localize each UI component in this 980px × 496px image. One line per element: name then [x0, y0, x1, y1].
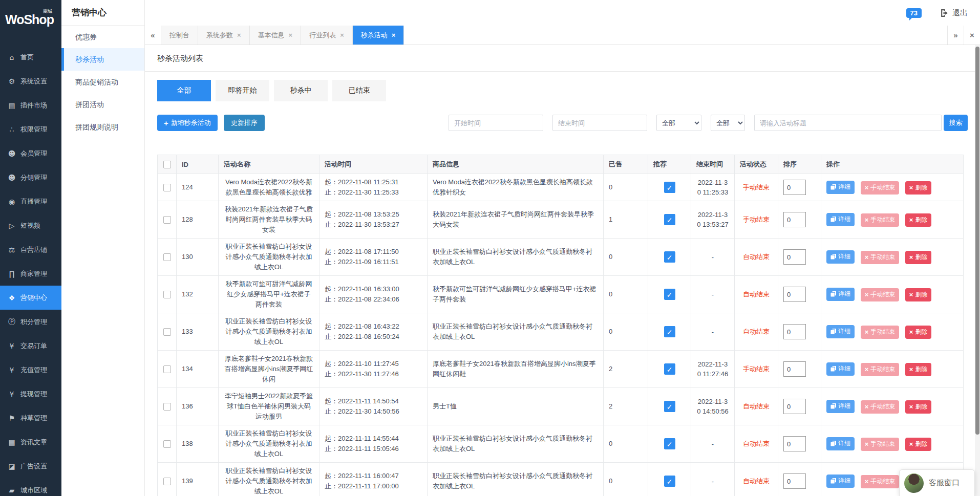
- row-checkbox[interactable]: [163, 365, 171, 373]
- submenu-item-0[interactable]: 优惠券: [61, 26, 144, 48]
- tab-close-icon[interactable]: ×: [237, 31, 241, 39]
- service-chat-widget[interactable]: 客服窗口: [899, 469, 975, 496]
- sidebar-item-city-region-map[interactable]: ▰ 城市区域: [0, 478, 61, 496]
- tab-2[interactable]: 基本信息 ×: [250, 26, 302, 45]
- tab-0[interactable]: 控制台: [161, 26, 198, 45]
- delete-button[interactable]: × 删除: [905, 181, 932, 195]
- sidebar-item-seeding-flag[interactable]: ⚑ 种草管理: [0, 406, 61, 430]
- logout-button[interactable]: 退出: [940, 8, 968, 18]
- tabs-scroll-left-icon[interactable]: «: [145, 26, 161, 45]
- sort-input[interactable]: [783, 324, 806, 339]
- delete-button[interactable]: × 删除: [905, 363, 932, 376]
- sort-input[interactable]: [783, 180, 806, 195]
- submenu-item-3[interactable]: 拼团活动: [61, 93, 144, 116]
- row-checkbox[interactable]: [163, 253, 171, 261]
- detail-button[interactable]: 详细: [826, 325, 855, 338]
- tab-1[interactable]: 系统参数 ×: [198, 26, 250, 45]
- sort-input[interactable]: [783, 249, 806, 265]
- delete-button[interactable]: × 删除: [905, 288, 932, 301]
- tab-close-icon[interactable]: ×: [392, 31, 396, 39]
- sidebar-item-short-video[interactable]: ▷ 短视频: [0, 213, 61, 238]
- recommended-checkbox[interactable]: [664, 476, 675, 487]
- delete-button[interactable]: × 删除: [905, 438, 932, 451]
- add-activity-button[interactable]: + 新增秒杀活动: [157, 115, 218, 131]
- sort-input[interactable]: [783, 212, 806, 227]
- detail-button[interactable]: 详细: [826, 437, 855, 450]
- manual-end-button[interactable]: × 手动结束: [861, 251, 900, 264]
- sidebar-item-merchant-bank[interactable]: ∏ 商家管理: [0, 262, 61, 286]
- sort-input[interactable]: [783, 361, 806, 377]
- sidebar-item-trade-orders[interactable]: ¥ 交易订单: [0, 334, 61, 358]
- scrollbar-thumb[interactable]: [975, 47, 979, 435]
- sidebar-item-news-articles[interactable]: ▤ 资讯文章: [0, 430, 61, 454]
- recommended-checkbox[interactable]: [664, 326, 675, 337]
- sidebar-item-live-camera[interactable]: ◉ 直播管理: [0, 189, 61, 213]
- sort-input[interactable]: [783, 473, 806, 489]
- recommended-checkbox[interactable]: [664, 289, 675, 300]
- row-checkbox[interactable]: [163, 184, 171, 191]
- delete-button[interactable]: × 删除: [905, 326, 932, 339]
- delete-button[interactable]: × 删除: [905, 251, 932, 264]
- sidebar-item-self-shop-scales[interactable]: ⚖ 自营店铺: [0, 238, 61, 262]
- sort-input[interactable]: [783, 436, 806, 451]
- search-input[interactable]: [754, 115, 942, 131]
- row-checkbox[interactable]: [163, 328, 171, 336]
- status-tab-0[interactable]: 全部: [157, 80, 211, 101]
- manual-end-button[interactable]: × 手动结束: [861, 288, 900, 301]
- submenu-item-4[interactable]: 拼团规则说明: [61, 116, 144, 138]
- row-checkbox[interactable]: [163, 291, 171, 298]
- update-sort-button[interactable]: 更新排序: [224, 115, 265, 131]
- row-checkbox[interactable]: [163, 478, 171, 485]
- detail-button[interactable]: 详细: [826, 213, 855, 226]
- detail-button[interactable]: 详细: [826, 400, 855, 413]
- tab-4[interactable]: 秒杀活动 ×: [353, 26, 404, 45]
- filter-select-1[interactable]: 全部: [656, 115, 701, 131]
- recommended-checkbox[interactable]: [664, 251, 675, 263]
- detail-button[interactable]: 详细: [826, 288, 855, 301]
- status-tab-3[interactable]: 已结束: [332, 80, 386, 101]
- delete-button[interactable]: × 删除: [905, 213, 932, 227]
- manual-end-button[interactable]: × 手动结束: [861, 438, 900, 451]
- tabs-scroll-right-icon[interactable]: »: [947, 26, 964, 45]
- manual-end-button[interactable]: × 手动结束: [861, 326, 900, 339]
- detail-button[interactable]: 详细: [826, 475, 855, 488]
- row-checkbox[interactable]: [163, 440, 171, 448]
- manual-end-button[interactable]: × 手动结束: [861, 213, 900, 227]
- search-button[interactable]: 搜索: [944, 115, 968, 131]
- select-all-checkbox[interactable]: [163, 161, 171, 168]
- tab-close-icon[interactable]: ×: [289, 31, 293, 39]
- detail-button[interactable]: 详细: [826, 250, 855, 264]
- manual-end-button[interactable]: × 手动结束: [861, 475, 900, 488]
- sidebar-item-points[interactable]: Ⓟ 积分管理: [0, 310, 61, 334]
- sidebar-item-marketing-center[interactable]: ❖ 营销中心: [0, 286, 61, 310]
- recommended-checkbox[interactable]: [664, 214, 675, 225]
- sidebar-item-ads-image[interactable]: ◪ 广告设置: [0, 454, 61, 478]
- start-time-input[interactable]: [449, 115, 543, 131]
- submenu-item-2[interactable]: 商品促销活动: [61, 71, 144, 93]
- recommended-checkbox[interactable]: [664, 182, 675, 193]
- manual-end-button[interactable]: × 手动结束: [861, 181, 900, 195]
- sidebar-item-permissions[interactable]: ∴ 权限管理: [0, 117, 61, 141]
- row-checkbox[interactable]: [163, 403, 171, 411]
- status-tab-2[interactable]: 秒杀中: [274, 80, 328, 101]
- manual-end-button[interactable]: × 手动结束: [861, 363, 900, 376]
- sidebar-item-withdraw[interactable]: ¥ 提现管理: [0, 382, 61, 406]
- manual-end-button[interactable]: × 手动结束: [861, 400, 900, 414]
- message-count-badge[interactable]: 73: [906, 8, 922, 18]
- sidebar-item-settings-gear[interactable]: ⚙ 系统设置: [0, 69, 61, 93]
- sort-input[interactable]: [783, 287, 806, 302]
- tab-3[interactable]: 行业列表 ×: [301, 26, 353, 45]
- sort-input[interactable]: [783, 399, 806, 414]
- sidebar-item-recharge[interactable]: ¥ 充值管理: [0, 358, 61, 382]
- end-time-input[interactable]: [552, 115, 647, 131]
- sidebar-item-distribution[interactable]: ☻ 分销管理: [0, 165, 61, 189]
- sidebar-item-members[interactable]: ☻ 会员管理: [0, 141, 61, 165]
- submenu-item-1[interactable]: 秒杀活动: [61, 48, 144, 71]
- filter-select-2[interactable]: 全部: [711, 115, 745, 131]
- status-tab-1[interactable]: 即将开始: [216, 80, 269, 101]
- recommended-checkbox[interactable]: [664, 363, 675, 375]
- recommended-checkbox[interactable]: [664, 401, 675, 412]
- tab-close-icon[interactable]: ×: [340, 31, 344, 39]
- tabs-close-all-icon[interactable]: ×: [964, 26, 980, 45]
- sidebar-item-home[interactable]: ⌂ 首页: [0, 45, 61, 69]
